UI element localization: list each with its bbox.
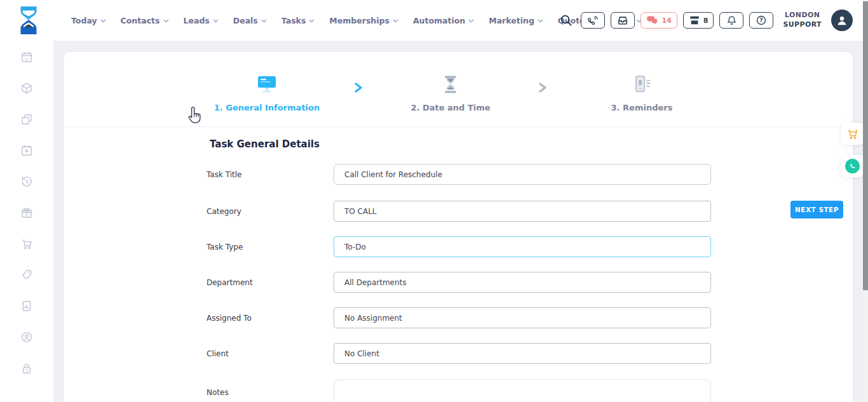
call-button[interactable]	[581, 12, 605, 29]
report-icon[interactable]	[20, 300, 33, 312]
phone-volume-icon	[587, 15, 599, 25]
history-icon[interactable]	[20, 175, 33, 188]
cart-icon[interactable]	[20, 238, 33, 250]
task-title-label: Task Title	[207, 170, 241, 179]
field-row-notes: Notes	[64, 379, 853, 402]
nav-item-leads[interactable]: Leads	[184, 16, 219, 25]
nav-item-tasks[interactable]: Tasks	[281, 16, 315, 25]
nav-item-deals[interactable]: Deals	[233, 16, 267, 25]
step-arrow-icon	[538, 83, 547, 93]
user-avatar[interactable]	[831, 10, 853, 31]
assigned-to-input[interactable]	[334, 307, 711, 328]
wizard-step-reminders[interactable]: 3. Reminders	[566, 74, 718, 112]
field-row-client: Client	[64, 343, 853, 364]
client-label: Client	[207, 349, 229, 358]
calendar-icon[interactable]: 12	[20, 51, 33, 64]
chevron-down-icon	[468, 19, 474, 23]
wizard-step-general-information[interactable]: 1. General Information	[191, 74, 343, 112]
nav-item-automation[interactable]: Automation	[413, 16, 474, 25]
client-input[interactable]	[334, 343, 711, 364]
form-title: Task General Details	[210, 138, 320, 150]
field-row-department: Department	[64, 272, 853, 293]
field-row-category: Category	[64, 201, 853, 222]
notes-label: Notes	[207, 388, 229, 397]
assigned-to-label: Assigned To	[207, 314, 252, 323]
chat-bubbles-icon	[646, 15, 658, 25]
nav-item-marketing[interactable]: Marketing	[489, 16, 543, 25]
help-icon: ?	[756, 15, 767, 26]
department-label: Department	[207, 278, 253, 287]
vertical-scrollbar[interactable]	[863, 0, 868, 402]
monitor-icon	[256, 75, 278, 94]
notifications-button[interactable]	[719, 12, 743, 29]
person-icon	[835, 13, 849, 27]
user-circle-icon[interactable]	[20, 331, 33, 344]
quick-cart-button[interactable]	[841, 123, 864, 145]
store-icon	[689, 15, 700, 25]
field-row-task-title: Task Title	[64, 164, 853, 185]
field-row-task-type: Task Type	[64, 236, 853, 257]
category-label: Category	[207, 207, 241, 216]
wizard-steps: 1. General Information 2. Date and Time …	[64, 52, 853, 127]
gift-icon[interactable]	[20, 206, 33, 219]
store-button[interactable]: 8	[683, 12, 714, 29]
left-sidebar: 12	[0, 41, 53, 402]
package-icon[interactable]	[20, 82, 33, 95]
chevron-down-icon	[261, 19, 267, 23]
bell-icon	[726, 15, 737, 26]
field-row-assigned-to: Assigned To	[64, 307, 853, 328]
phone-circle-icon	[845, 159, 860, 173]
nav-item-memberships[interactable]: Memberships	[329, 16, 398, 25]
chevron-down-icon	[100, 19, 106, 23]
next-step-button[interactable]: NEXT STEP	[790, 201, 843, 218]
tags-icon[interactable]	[20, 269, 33, 281]
chevron-down-icon	[213, 19, 219, 23]
chevron-down-icon	[393, 19, 398, 23]
calendar-import-icon[interactable]	[20, 144, 33, 157]
store-count-badge: 8	[703, 17, 709, 25]
lock-icon[interactable]	[20, 362, 33, 375]
inbox-icon	[617, 15, 628, 25]
wizard-step-date-and-time[interactable]: 2. Date and Time	[374, 74, 527, 112]
cart-icon	[846, 128, 858, 140]
department-input[interactable]	[334, 272, 711, 293]
chevron-down-icon	[538, 19, 543, 23]
nav-item-today[interactable]: Today	[71, 16, 106, 25]
help-button[interactable]: ?	[749, 12, 773, 29]
chat-count-badge: 14	[661, 17, 671, 25]
copy-icon[interactable]	[20, 113, 33, 126]
search-button[interactable]	[560, 14, 573, 27]
category-input[interactable]	[334, 201, 711, 222]
notes-textarea[interactable]	[334, 379, 711, 402]
quick-call-button[interactable]	[841, 155, 864, 177]
chat-button[interactable]: 14	[641, 12, 677, 29]
app-logo-hourglass-icon[interactable]	[13, 4, 44, 36]
scrollbar-thumb[interactable]	[863, 1, 868, 290]
hourglass-icon	[442, 75, 459, 94]
account-name: LONDON SUPPORT	[783, 11, 822, 30]
top-header: Today Contacts Leads Deals Tasks Members…	[0, 0, 868, 41]
task-title-input[interactable]	[334, 164, 711, 185]
search-icon	[560, 14, 573, 27]
svg-text:12: 12	[24, 57, 29, 61]
svg-text:?: ?	[760, 17, 763, 23]
nav-item-contacts[interactable]: Contacts	[121, 16, 169, 25]
task-wizard-card: 1. General Information 2. Date and Time …	[64, 52, 853, 402]
chevron-down-icon	[163, 19, 169, 23]
inbox-button[interactable]	[611, 12, 635, 29]
task-type-label: Task Type	[207, 243, 243, 251]
task-type-input[interactable]	[334, 236, 711, 257]
phone-reminder-icon	[632, 75, 652, 94]
header-actions: 14 8 ? LONDON SUPPORT	[560, 0, 853, 41]
step-arrow-icon	[354, 83, 363, 93]
chevron-down-icon	[309, 19, 315, 23]
